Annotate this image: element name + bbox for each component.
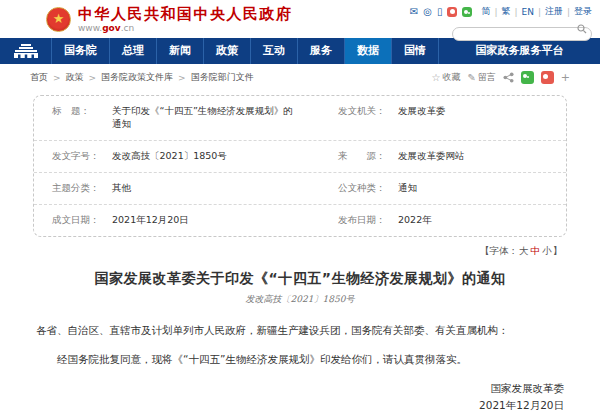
login-link[interactable]: 登录 (574, 5, 592, 18)
nav-item-premier[interactable]: 总理 (110, 38, 157, 64)
breadcrumb-policy-library[interactable]: 国务院政策文件库 (101, 71, 173, 84)
header-icon-row: ✉ ◎ ▯ 简 | 繁 | EN | 注册 | 登录 (410, 5, 592, 18)
meta-publish-date: 发布日期：2022年 (300, 205, 566, 236)
site-url: www.gov.cn (78, 23, 293, 34)
meta-issuing-agency: 发文机关：发展改革委 (300, 96, 566, 140)
meta-value: 2022年 (398, 214, 432, 227)
favorite-label: 收藏 (442, 71, 460, 84)
meta-label: 成文日期： (52, 214, 112, 227)
link-separator: | (567, 7, 570, 17)
meta-doc-type: 公文种类：通知 (300, 173, 566, 204)
lang-english-link[interactable]: EN (521, 7, 533, 17)
gov-cn-page: ★ 中华人民共和国中央人民政府 www.gov.cn ✉ ◎ ▯ 简 | 繁 |… (0, 0, 600, 417)
nav-item-state-council[interactable]: 国务院 (52, 38, 110, 64)
meta-row-dates: 成文日期：2021年12月20日 发布日期：2022年 (34, 205, 566, 236)
meta-row-number: 发文字号：发改高技〔2021〕1850号 来 源：发展改革委网站 (34, 141, 566, 173)
meta-value: 发改高技〔2021〕1850号 (112, 150, 227, 163)
breadcrumb-row: 首页 > 政策 > 国务院政策文件库 > 国务院部门文件 ☆收藏 ✎留言 + (0, 64, 600, 89)
breadcrumb-home[interactable]: 首页 (30, 71, 48, 84)
nav-item-data[interactable]: 数据 (345, 38, 392, 64)
font-size-small[interactable]: 小 (542, 245, 552, 256)
site-logo[interactable]: ★ 中华人民共和国中央人民政府 www.gov.cn (46, 5, 293, 34)
document-body: 各省、自治区、直辖市及计划单列市人民政府，新疆生产建设兵团，国务院有关部委、有关… (36, 322, 564, 417)
meta-row-category: 主题分类：其他 公文种类：通知 (34, 173, 566, 205)
link-separator: | (494, 7, 497, 17)
breadcrumb: 首页 > 政策 > 国务院政策文件库 > 国务院部门文件 (30, 71, 254, 84)
meta-label: 发文机关： (338, 105, 398, 131)
wechat-icon[interactable] (462, 7, 472, 17)
nav-item-news[interactable]: 新闻 (157, 38, 204, 64)
pencil-icon: ✎ (467, 72, 475, 83)
meta-doc-number: 发文字号：发改高技〔2021〕1850号 (34, 141, 300, 172)
nav-item-interact[interactable]: 互动 (251, 38, 298, 64)
weibo-icon[interactable] (447, 7, 457, 17)
share-wechat-icon[interactable] (521, 71, 534, 84)
mobile-icon[interactable]: ▯ (437, 6, 443, 17)
star-icon: ☆ (431, 72, 440, 83)
search-input[interactable] (452, 27, 592, 41)
signer: 国家发展改革委 (36, 380, 564, 398)
comment-button[interactable]: ✎留言 (467, 71, 495, 84)
header-right: ✉ ◎ ▯ 简 | 繁 | EN | 注册 | 登录 (410, 5, 592, 41)
more-icon[interactable]: + (561, 71, 570, 84)
meta-label: 公文种类： (338, 182, 398, 195)
salutation-paragraph: 各省、自治区、直辖市及计划单列市人民政府，新疆生产建设兵团，国务院有关部委、有关… (36, 322, 564, 338)
meta-row-title: 标 题：关于印发《“十四五”生物经济发展规划》的通知 发文机关：发展改革委 (34, 96, 566, 141)
mail-icon[interactable]: ✉ (410, 6, 418, 17)
site-title: 中华人民共和国中央人民政府 (78, 5, 293, 23)
tiananmen-icon (13, 44, 39, 58)
client-icon[interactable]: ◎ (423, 6, 432, 17)
nav-item-policy[interactable]: 政策 (204, 38, 251, 64)
breadcrumb-separator: > (89, 73, 97, 83)
nav-item-national-conditions[interactable]: 国情 (392, 38, 439, 64)
favorite-button[interactable]: ☆收藏 (431, 71, 460, 84)
lang-simplified-link[interactable]: 简 (481, 5, 490, 18)
signature-block: 国家发展改革委 2021年12月20日 (36, 380, 564, 416)
share-weibo-icon[interactable] (541, 71, 554, 84)
register-link[interactable]: 注册 (545, 5, 563, 18)
font-size-widget: 【字体：大中小】 (0, 245, 562, 258)
document-meta-table: 标 题：关于印发《“十四五”生物经济发展规划》的通知 发文机关：发展改革委 发文… (33, 95, 567, 237)
url-suffix: .cn (121, 23, 135, 33)
meta-label: 标 题： (52, 105, 112, 131)
nav-item-services[interactable]: 服务 (298, 38, 345, 64)
breadcrumb-current: 国务院部门文件 (191, 71, 254, 84)
meta-value: 2021年12月20日 (112, 214, 189, 227)
breadcrumb-policy[interactable]: 政策 (66, 71, 84, 84)
meta-source: 来 源：发展改革委网站 (300, 141, 566, 172)
meta-label: 来 源： (338, 150, 398, 163)
page-actions: ☆收藏 ✎留言 + (431, 71, 570, 84)
meta-value: 关于印发《“十四五”生物经济发展规划》的通知 (112, 105, 294, 131)
document-title: 国家发展改革委关于印发《“十四五”生物经济发展规划》的通知 (0, 270, 600, 288)
font-size-medium[interactable]: 中 (531, 245, 541, 256)
meta-value: 其他 (112, 182, 131, 195)
lang-traditional-link[interactable]: 繁 (501, 5, 510, 18)
share-icon[interactable] (503, 72, 514, 83)
meta-label: 主题分类： (52, 182, 112, 195)
font-widget-suffix: 】 (553, 245, 563, 256)
nav-home-icon[interactable] (0, 38, 52, 64)
site-header: ★ 中华人民共和国中央人民政府 www.gov.cn ✉ ◎ ▯ 简 | 繁 |… (0, 0, 600, 38)
search-box (452, 22, 592, 41)
site-title-block: 中华人民共和国中央人民政府 www.gov.cn (78, 5, 293, 34)
link-separator: | (538, 7, 541, 17)
comment-label: 留言 (478, 71, 496, 84)
meta-label: 发文字号： (52, 150, 112, 163)
meta-written-date: 成文日期：2021年12月20日 (34, 205, 300, 236)
meta-value: 通知 (398, 182, 417, 195)
meta-label: 发布日期： (338, 214, 398, 227)
sign-date: 2021年12月20日 (36, 397, 564, 415)
font-widget-prefix: 【字体： (480, 245, 518, 256)
url-gov: gov (102, 23, 121, 33)
breadcrumb-separator: > (53, 73, 61, 83)
nav-item-gov-service-platform[interactable]: 国家政务服务平台 (439, 38, 600, 64)
meta-title: 标 题：关于印发《“十四五”生物经济发展规划》的通知 (34, 96, 300, 140)
search-icon[interactable] (577, 24, 587, 34)
url-prefix: www. (78, 23, 102, 33)
main-nav: 国务院 总理 新闻 政策 互动 服务 数据 国情 国家政务服务平台 (0, 38, 600, 64)
font-size-large[interactable]: 大 (519, 245, 529, 256)
link-separator: | (514, 7, 517, 17)
meta-topic-category: 主题分类：其他 (34, 173, 300, 204)
quick-links: 简 | 繁 | EN | 注册 | 登录 (481, 5, 592, 18)
breadcrumb-separator: > (178, 73, 186, 83)
